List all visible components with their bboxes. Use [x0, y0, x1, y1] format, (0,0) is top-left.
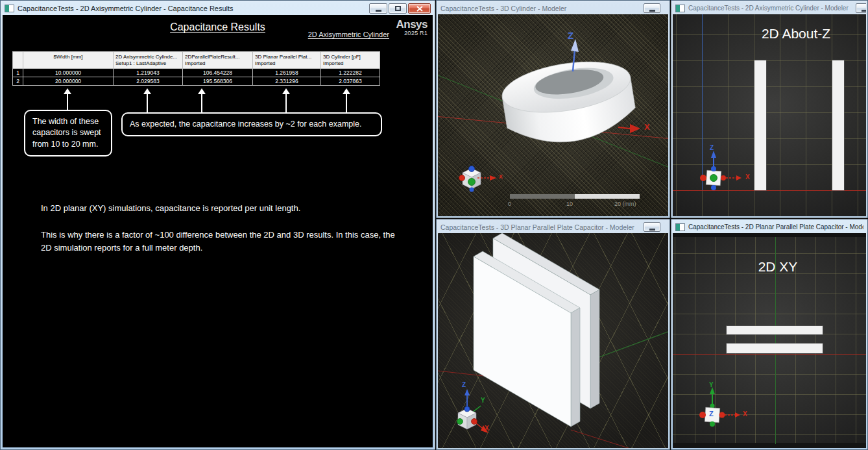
minimize-icon	[649, 10, 655, 12]
modeler-3d-plates-title: CapacitanceTests - 3D Planar Parallel Pl…	[440, 223, 640, 231]
viewport-3d-cylinder[interactable]: Z X X 0 10 20 (mm)	[438, 14, 668, 216]
orientation-triad	[457, 389, 489, 433]
modeler-3d-cylinder-window: CapacitanceTests - 3D Cylinder - Modeler	[436, 0, 670, 218]
arrow-up-icon	[143, 88, 151, 94]
cell-2d-parallel-plate[interactable]: 195.568306	[183, 77, 253, 86]
modeler-2d-plates-titlebar[interactable]: CapacitanceTests - 2D Planar Parallel Pl…	[673, 221, 866, 233]
column-header-2d-parallel-plate[interactable]: 2DParallelPlateResult...Imported	[183, 52, 253, 69]
minimize-button[interactable]	[644, 222, 660, 232]
capacitor-plate-2d[interactable]	[754, 60, 766, 190]
paragraph-2d-per-unit-length: In 2D planar (XY) simulations, capacitan…	[41, 202, 402, 215]
viewport-2d-plates[interactable]: 2D XY Z Y X	[673, 233, 866, 448]
capacitance-results-window: CapacitanceTests - 2D Axisymmetric Cylin…	[0, 0, 435, 450]
close-icon	[416, 6, 423, 12]
cell-width[interactable]: 20.000000	[23, 77, 114, 86]
scale-tick: 10	[566, 201, 573, 207]
modeler-2d-cylinder-title: CapacitanceTests - 2D Axisymmetric Cylin…	[688, 5, 852, 12]
close-button[interactable]	[408, 3, 431, 14]
window-icon	[5, 5, 14, 12]
modeler-3d-plates-window: CapacitanceTests - 3D Planar Parallel Pl…	[436, 219, 670, 450]
cell-2d-axisymmetric[interactable]: 1.219043	[114, 69, 183, 77]
cell-3d-planar[interactable]: 1.261958	[253, 69, 321, 77]
column-header-3d-planar[interactable]: 3D Planar Parallel Plat...Imported	[253, 52, 321, 69]
modeler-3d-cylinder-title: CapacitanceTests - 3D Cylinder - Modeler	[440, 5, 640, 12]
column-header-width[interactable]: $Width [mm]	[23, 52, 114, 69]
cell-3d-cylinder[interactable]: 2.037863	[321, 77, 380, 86]
triad-y-label: Y	[709, 381, 714, 388]
arrow-shaft	[147, 94, 148, 112]
column-header-rownum[interactable]	[13, 52, 23, 69]
window-controls	[369, 3, 431, 14]
arrow-up-icon	[343, 88, 350, 94]
minimize-icon	[862, 10, 867, 12]
brand-name: Ansys	[396, 19, 428, 30]
x-axis-line	[673, 354, 866, 355]
triad-x-label: X	[499, 173, 503, 180]
window-controls	[644, 3, 660, 13]
window-icon	[675, 223, 685, 231]
modeler-2d-plates-window: CapacitanceTests - 2D Planar Parallel Pl…	[671, 219, 868, 450]
results-window-titlebar[interactable]: CapacitanceTests - 2D Axisymmetric Cylin…	[2, 2, 433, 15]
x-axis-label: X	[644, 122, 650, 132]
modeler-3d-plates-titlebar[interactable]: CapacitanceTests - 3D Planar Parallel Pl…	[438, 221, 668, 233]
paragraph-factor-100: This is why there is a factor of ~100 di…	[41, 229, 402, 255]
orientation-triad	[697, 384, 749, 436]
row-number[interactable]: 1	[13, 69, 23, 77]
column-header-2d-axisymmetric[interactable]: 2D Axisymmetric Cylinde...Setup1 : LastA…	[114, 52, 183, 69]
scale-bar-segment	[510, 194, 575, 199]
annotation-arrow	[143, 88, 151, 112]
scale-bar-segment	[575, 194, 640, 199]
minimize-icon	[649, 229, 655, 231]
restore-button[interactable]	[389, 3, 407, 14]
ansys-logo: Ansys 2025 R1	[396, 19, 428, 36]
cell-3d-cylinder[interactable]: 1.222282	[321, 69, 380, 77]
cell-3d-planar[interactable]: 2.331296	[253, 77, 321, 86]
minimize-button[interactable]	[856, 3, 866, 13]
arrow-shaft	[201, 94, 202, 112]
capacitor-plate-2d[interactable]	[727, 326, 823, 334]
modeler-2d-cylinder-titlebar[interactable]: CapacitanceTests - 2D Axisymmetric Cylin…	[673, 2, 866, 14]
view-label: 2D About-Z	[744, 26, 848, 42]
table-header-row: $Width [mm] 2D Axisymmetric Cylinde...Se…	[13, 52, 380, 69]
triad-x-label: X	[743, 410, 747, 418]
triad-z-label: Z	[710, 144, 714, 151]
triad-y-label: Y	[481, 397, 485, 404]
results-table: $Width [mm] 2D Axisymmetric Cylinde...Se…	[12, 51, 380, 86]
viewport-3d-plates[interactable]: Z Y X	[438, 233, 668, 448]
triad-z-label: Z	[462, 381, 466, 388]
viewport-top-strip	[673, 233, 866, 237]
window-controls	[856, 3, 866, 13]
brand-version: 2025 R1	[396, 30, 428, 36]
arrow-shaft	[346, 94, 347, 112]
modeler-2d-plates-title: CapacitanceTests - 2D Planar Parallel Pl…	[688, 223, 863, 231]
orientation-triad	[459, 166, 497, 192]
cell-2d-parallel-plate[interactable]: 106.454228	[183, 69, 253, 77]
desktop: CapacitanceTests - 2D Axisymmetric Cylin…	[0, 0, 868, 450]
minimize-button[interactable]	[644, 3, 660, 13]
column-header-3d-cylinder[interactable]: 3D Cylinder [pF]Imported	[321, 52, 380, 69]
cell-2d-axisymmetric[interactable]: 2.029583	[114, 77, 183, 86]
window-icon	[675, 5, 685, 12]
arrow-up-icon	[282, 88, 290, 94]
triad-z-label: Z	[709, 410, 714, 418]
results-window-title: CapacitanceTests - 2D Axisymmetric Cylin…	[18, 5, 366, 12]
triad-x-label: X	[485, 425, 489, 432]
results-canvas: Capacitance Results 2D Axisymmetric Cyli…	[3, 15, 433, 447]
capacitor-plate-2d[interactable]	[727, 344, 823, 353]
annotation-arrow	[282, 88, 290, 112]
arrow-up-icon	[198, 88, 206, 94]
modeler-3d-cylinder-titlebar[interactable]: CapacitanceTests - 3D Cylinder - Modeler	[438, 2, 668, 14]
viewport-bottom-strip	[673, 443, 866, 448]
cell-width[interactable]: 10.000000	[23, 69, 114, 77]
plates-3d-drawing	[438, 233, 668, 448]
minimize-button[interactable]	[369, 3, 387, 14]
row-number[interactable]: 2	[13, 77, 23, 86]
arrow-shaft	[67, 94, 68, 110]
table-row: 1 10.000000 1.219043 106.454228 1.261958…	[13, 69, 380, 77]
restore-icon	[395, 6, 401, 11]
capacitor-plate-2d[interactable]	[832, 60, 844, 190]
viewport-2d-cylinder[interactable]: 2D About-Z Z X	[673, 14, 866, 216]
annotation-arrow	[64, 88, 71, 110]
annotation-arrow	[343, 88, 350, 112]
window-controls	[644, 222, 660, 232]
